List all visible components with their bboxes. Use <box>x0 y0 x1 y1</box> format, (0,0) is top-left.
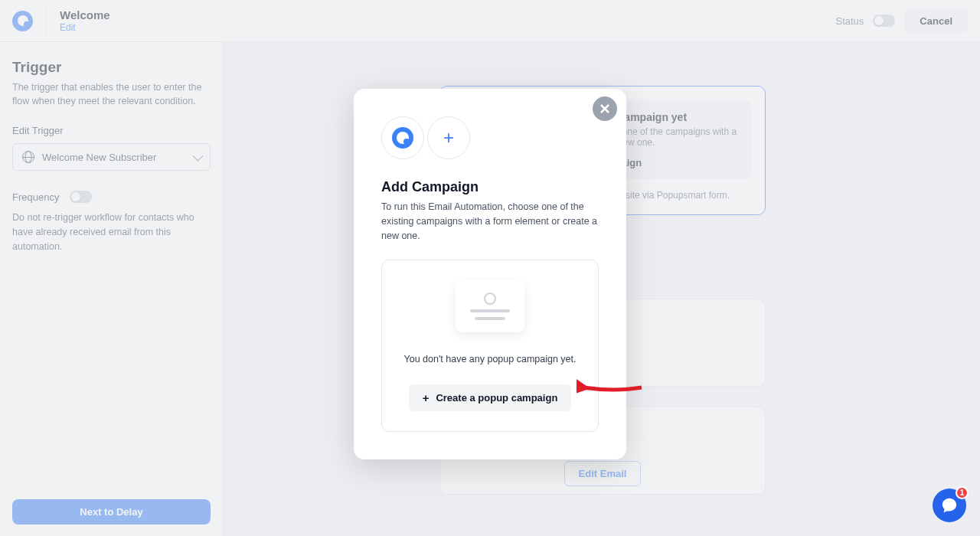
add-campaign-modal: + Add Campaign To run this Email Automat… <box>354 89 626 459</box>
modal-description: To run this Email Automation, choose one… <box>381 200 599 243</box>
close-icon <box>599 103 610 114</box>
brand-icon-circle <box>381 116 424 159</box>
popup-empty-text: You don't have any popup campaign yet. <box>396 354 584 364</box>
chat-badge: 1 <box>956 486 969 499</box>
create-popup-campaign-button[interactable]: + Create a popup campaign <box>409 384 572 411</box>
brand-icon <box>392 127 413 149</box>
plus-icon-circle: + <box>427 116 470 159</box>
modal-title: Add Campaign <box>381 179 599 195</box>
chat-launcher[interactable]: 1 <box>933 489 966 522</box>
plus-icon: + <box>423 391 430 404</box>
close-button[interactable] <box>593 96 617 121</box>
chat-icon <box>941 497 958 514</box>
create-popup-label: Create a popup campaign <box>436 392 557 404</box>
popup-empty-box: You don't have any popup campaign yet. +… <box>381 260 599 432</box>
popup-preview-icon <box>456 280 524 332</box>
modal-backdrop[interactable]: + Add Campaign To run this Email Automat… <box>0 0 980 536</box>
plus-icon: + <box>443 127 454 149</box>
